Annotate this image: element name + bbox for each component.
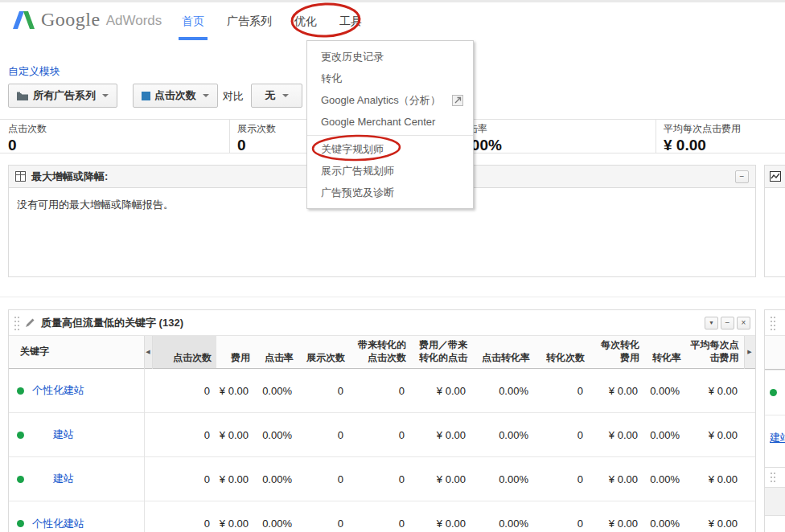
keyword-link[interactable]: 建站	[53, 428, 74, 440]
column-header-clicks[interactable]: 点击次数	[152, 336, 216, 369]
metric-filter-button[interactable]: 点击次数	[133, 84, 218, 108]
minimize-button[interactable]: −	[721, 317, 734, 329]
menu-divider	[307, 135, 473, 136]
column-header-conversion-rate[interactable]: 转化率	[644, 336, 686, 369]
keyword-row: 建站0¥ 0.000.00%00¥ 0.000.00%0¥ 0.000.00%¥…	[9, 413, 755, 457]
stat-label: 平均每次点击费用	[664, 122, 741, 136]
cell-impressions: 0	[298, 413, 350, 457]
spacer-cell	[744, 413, 755, 457]
cell-click-conversion-rate: 0.00%	[472, 413, 535, 457]
cell-cost-per-conversion: ¥ 0.00	[590, 369, 644, 413]
cell-conversions: 0	[535, 501, 590, 532]
cell-converted-clicks: 0	[350, 457, 411, 501]
keyword-link[interactable]: 个性化建站	[32, 518, 84, 530]
stat-clicks: 点击次数0	[8, 120, 47, 153]
right-chart-module	[764, 165, 785, 277]
menu-item-merchant-center[interactable]: Google Merchant Center	[307, 111, 473, 133]
tools-menu: 更改历史记录转化Google Analytics（分析）Google Merch…	[306, 40, 474, 209]
caret-down-icon	[102, 94, 109, 97]
menu-item-keyword-planner[interactable]: 关键字规划师	[307, 138, 473, 160]
nav-item-tools[interactable]: 工具	[328, 2, 373, 40]
menu-item-ad-preview[interactable]: 广告预览及诊断	[307, 182, 473, 203]
right-chart-module-header	[765, 166, 785, 188]
keyword-cell: 个性化建站	[9, 369, 144, 413]
drag-handle-icon[interactable]	[14, 315, 20, 331]
close-button[interactable]: ×	[737, 317, 750, 329]
column-header-click-conversion-rate[interactable]: 点击转化率	[472, 336, 535, 369]
caret-down-icon	[282, 94, 289, 97]
keyword-link[interactable]: 建站	[770, 431, 785, 445]
campaign-filter-button[interactable]: 所有广告系列	[8, 84, 117, 108]
cell-converted-clicks: 0	[350, 501, 411, 532]
campaign-filter-label: 所有广告系列	[33, 88, 96, 103]
external-link-icon	[452, 95, 463, 106]
menu-item-conversions[interactable]: 转化	[307, 68, 473, 89]
adwords-logo-icon	[13, 10, 35, 31]
caret-down-icon	[203, 94, 209, 97]
compare-select-button[interactable]: 无	[251, 84, 302, 108]
stat-avg-cpc: 平均每次点击费用¥ 0.00	[664, 120, 741, 153]
keyword-link[interactable]: 个性化建站	[32, 384, 84, 396]
spacer-cell	[744, 501, 755, 532]
keyword-row: 个性化建站0¥ 0.000.00%00¥ 0.000.00%0¥ 0.000.0…	[9, 501, 755, 532]
collapse-button[interactable]: ▼	[705, 317, 718, 329]
column-header-avg-cpc[interactable]: 平均每次点击费用	[686, 336, 744, 369]
menu-item-label: 广告预览及诊断	[321, 186, 394, 200]
menu-item-change-history[interactable]: 更改历史记录	[307, 46, 473, 68]
cell-ctr: 0.00%	[255, 501, 298, 532]
keyword-table-title: 质量高但流量低的关键字 (132)	[41, 316, 705, 330]
nav-item-home[interactable]: 首页	[171, 2, 216, 40]
spacer-cell	[144, 369, 152, 413]
column-header-ctr[interactable]: 点击率	[255, 336, 298, 369]
right-table-module-header	[765, 310, 785, 336]
cell-cost-per-converted-click: ¥ 0.00	[411, 369, 472, 413]
keyword-cell: 个性化建站	[9, 501, 144, 532]
drag-handle-icon[interactable]	[770, 315, 776, 331]
cell-ctr: 0.00%	[255, 457, 298, 501]
spacer-cell	[744, 457, 755, 501]
column-header-cost-per-conversion[interactable]: 每次转化费用	[590, 336, 644, 369]
cell-conversion-rate: 0.00%	[644, 457, 686, 501]
drag-handle-icon[interactable]	[770, 472, 776, 483]
right-bottom-module-header	[765, 468, 785, 487]
cell-converted-clicks: 0	[350, 369, 411, 413]
spacer-cell	[144, 413, 152, 457]
cell-cost: ¥ 0.00	[216, 457, 255, 501]
status-dot	[770, 389, 777, 396]
menu-item-label: 更改历史记录	[321, 50, 384, 64]
top-nav: Google AdWords 首页广告系列优化工具	[0, 2, 785, 40]
keyword-table-header: 质量高但流量低的关键字 (132) ▼−×	[9, 310, 755, 336]
column-header-keyword[interactable]: 关键字	[9, 336, 144, 369]
keyword-row: 个性化建站0¥ 0.000.00%00¥ 0.000.00%0¥ 0.000.0…	[9, 369, 755, 413]
custom-module-link[interactable]: 自定义模块	[8, 64, 60, 79]
column-header-cost-per-converted-click[interactable]: 费用／带来转化的点击	[411, 336, 472, 369]
column-header-converted-clicks[interactable]: 带来转化的点击次数	[350, 336, 411, 369]
pencil-icon[interactable]	[25, 317, 35, 328]
adwords-logo[interactable]: Google AdWords	[13, 9, 162, 31]
column-scroll-right[interactable]: ▶	[744, 336, 755, 369]
menu-item-label: Google Analytics（分析）	[321, 93, 441, 108]
column-header-impressions[interactable]: 展示次数	[298, 336, 350, 369]
minimize-button[interactable]: −	[735, 170, 749, 183]
spacer-cell	[144, 501, 152, 532]
compare-select-value: 无	[265, 88, 276, 103]
keyword-link[interactable]: 建站	[53, 473, 74, 485]
cell-cost-per-converted-click: ¥ 0.00	[411, 501, 472, 532]
nav-item-campaigns[interactable]: 广告系列	[216, 2, 283, 40]
column-header-conversions[interactable]: 转化次数	[535, 336, 590, 369]
nav-item-optimize[interactable]: 优化	[283, 2, 328, 40]
status-dot	[17, 476, 24, 483]
menu-item-display-planner[interactable]: 展示广告规划师	[307, 160, 473, 182]
menu-item-google-analytics[interactable]: Google Analytics（分析）	[307, 89, 473, 111]
cell-avg-cpc: ¥ 0.00	[686, 501, 744, 532]
keyword-cell: 建站	[9, 457, 144, 501]
cell-cost: ¥ 0.00	[216, 413, 255, 457]
section-divider	[0, 297, 785, 297]
status-dot	[17, 387, 24, 395]
cell-avg-cpc: ¥ 0.00	[686, 457, 744, 501]
column-scroll-left[interactable]: ◀	[144, 336, 152, 369]
menu-item-label: 转化	[321, 72, 342, 86]
cell-clicks: 0	[152, 369, 216, 413]
column-header-cost[interactable]: 费用	[216, 336, 255, 369]
right-bottom-module-band	[765, 487, 785, 516]
